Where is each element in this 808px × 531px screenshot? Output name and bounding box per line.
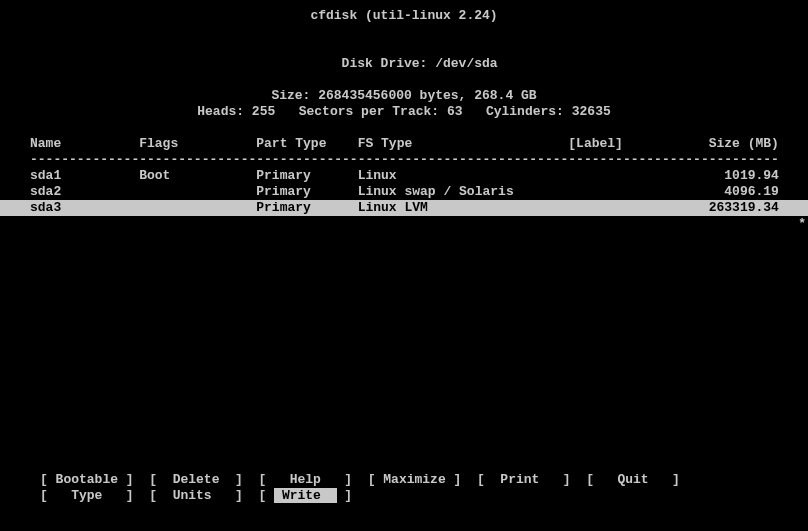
table-row[interactable]: sda2 Primary Linux swap / Solaris 4096.1… [0, 184, 808, 200]
partition-table[interactable]: sda1 Boot Primary Linux 1019.94sda2 Prim… [0, 168, 808, 216]
menu-item-units[interactable]: Units [165, 488, 227, 503]
menu-item-help[interactable]: Help [274, 472, 336, 487]
menu-item-maximize[interactable]: Maximize [383, 472, 445, 487]
status-line: Write partition table to disk (this migh… [0, 516, 808, 531]
menu-item-type[interactable]: Type [56, 488, 118, 503]
column-headers: Name Flags Part Type FS Type [Label] Siz… [0, 136, 808, 152]
menu-row-1[interactable]: [ Bootable ] [ Delete ] [ Help ] [ Maxim… [0, 472, 808, 488]
menu-item-quit[interactable]: Quit [602, 472, 664, 487]
app-title: cfdisk (util-linux 2.24) [0, 8, 808, 24]
table-row[interactable]: sda1 Boot Primary Linux 1019.94 [0, 168, 808, 184]
disk-size-line: Size: 268435456000 bytes, 268.4 GB [0, 88, 808, 104]
disk-geometry-line: Heads: 255 Sectors per Track: 63 Cylinde… [0, 104, 808, 120]
menu-item-delete[interactable]: Delete [165, 472, 227, 487]
menu-row-2[interactable]: [ Type ] [ Units ] [ Write ] [0, 488, 808, 504]
menu-item-bootable[interactable]: Bootable [56, 472, 118, 487]
disk-drive-line: Disk Drive: /dev/sda [0, 40, 808, 88]
divider: ----------------------------------------… [0, 152, 808, 168]
table-row[interactable]: sda3 Primary Linux LVM 263319.34 [0, 200, 808, 216]
menu-item-write[interactable]: Write [274, 488, 336, 503]
star-marker: * [798, 216, 806, 232]
menu-item-print[interactable]: Print [493, 472, 555, 487]
